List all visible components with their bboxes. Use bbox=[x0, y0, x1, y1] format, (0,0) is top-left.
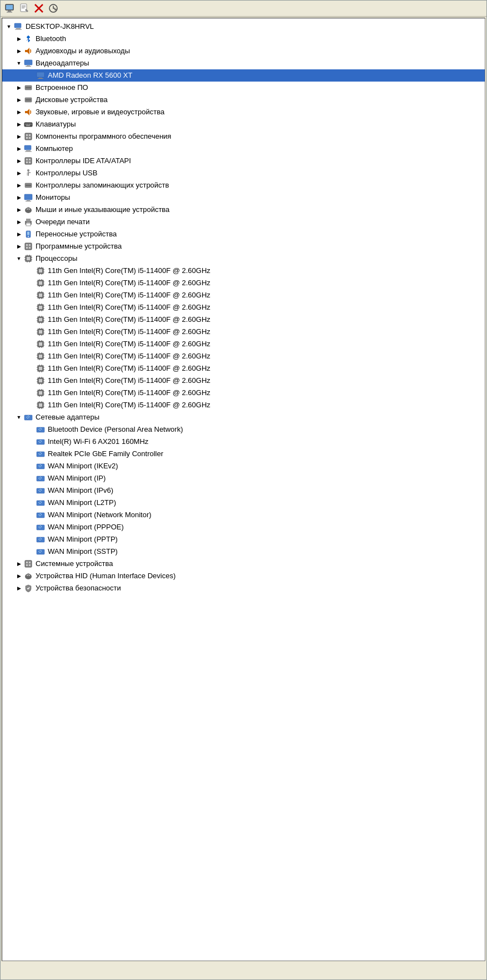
chevron-right-icon: ▶ bbox=[14, 205, 23, 214]
tree-item-portable[interactable]: ▶Переносные устройства bbox=[2, 228, 485, 240]
tree-item-wan-sstp[interactable]: WAN Miniport (SSTP) bbox=[2, 545, 485, 558]
item-label: Видеоадаптеры bbox=[36, 58, 89, 69]
proc-icon bbox=[23, 254, 33, 264]
svg-rect-34 bbox=[26, 137, 28, 139]
network-icon bbox=[36, 522, 46, 532]
tree-item-monitors[interactable]: ▶Мониторы bbox=[2, 191, 485, 204]
tree-item-net-adapters[interactable]: ▼Сетевые адаптеры bbox=[2, 411, 485, 423]
svg-rect-17 bbox=[37, 72, 44, 77]
tree-item-hid[interactable]: ▶Устройства HID (Human Interface Devices… bbox=[2, 570, 485, 582]
chevron-right-icon: ▶ bbox=[14, 230, 23, 239]
item-label: Контроллеры запоминающих устройств bbox=[36, 180, 169, 191]
svg-rect-63 bbox=[25, 243, 32, 250]
tree-item-cpu1[interactable]: 11th Gen Intel(R) Core(TM) i5-11400F @ 2… bbox=[2, 265, 485, 277]
network-icon bbox=[23, 412, 33, 422]
update-button[interactable] bbox=[47, 2, 59, 14]
tree-item-wan-pppoe[interactable]: WAN Miniport (PPPOE) bbox=[2, 521, 485, 533]
tree-item-disks[interactable]: ▶Дисковые устройства bbox=[2, 94, 485, 106]
bluetooth-icon bbox=[23, 34, 33, 44]
item-label: Мыши и иные указывающие устройства bbox=[36, 204, 169, 215]
svg-rect-57 bbox=[26, 219, 31, 221]
svg-rect-65 bbox=[29, 244, 31, 246]
tree-item-storage-ctrl[interactable]: ▶Контроллеры запоминающих устройств bbox=[2, 179, 485, 191]
tree-item-cpu8[interactable]: 11th Gen Intel(R) Core(TM) i5-11400F @ 2… bbox=[2, 350, 485, 362]
remove-button[interactable] bbox=[33, 2, 45, 14]
security-icon bbox=[23, 583, 33, 593]
svg-rect-50 bbox=[27, 200, 30, 201]
tree-item-ide[interactable]: ▶Контроллеры IDE ATA/ATAPI bbox=[2, 155, 485, 167]
tree-item-net-realtek[interactable]: Realtek PCIe GbE Family Controller bbox=[2, 448, 485, 460]
tree-item-wan-l2tp[interactable]: WAN Miniport (L2TP) bbox=[2, 497, 485, 509]
tree-item-cpu5[interactable]: 11th Gen Intel(R) Core(TM) i5-11400F @ 2… bbox=[2, 314, 485, 326]
svg-point-46 bbox=[29, 172, 31, 173]
tree-item-bluetooth[interactable]: ▶Bluetooth bbox=[2, 33, 485, 45]
device-tree: ▼ DESKTOP-JK8HRVL ▶Bluetooth▶Аудиовходы … bbox=[2, 18, 485, 961]
svg-rect-32 bbox=[26, 134, 28, 136]
tree-item-security[interactable]: ▶Устройства безопасности bbox=[2, 582, 485, 594]
tree-item-amd-radeon[interactable]: AMD Radeon RX 5600 XT bbox=[2, 69, 485, 82]
svg-rect-14 bbox=[24, 60, 32, 65]
tree-item-cpu11[interactable]: 11th Gen Intel(R) Core(TM) i5-11400F @ 2… bbox=[2, 387, 485, 399]
tree-item-audio[interactable]: ▶Аудиовходы и аудиовыходы bbox=[2, 45, 485, 57]
svg-rect-159 bbox=[39, 367, 42, 370]
chevron-right-icon: ▶ bbox=[14, 242, 23, 251]
item-label: Дисковые устройства bbox=[36, 94, 108, 105]
network-icon bbox=[36, 449, 46, 459]
tree-item-usb[interactable]: ▶Контроллеры USB bbox=[2, 167, 485, 179]
tree-item-cpu12[interactable]: 11th Gen Intel(R) Core(TM) i5-11400F @ 2… bbox=[2, 399, 485, 411]
tree-item-video[interactable]: ▼Видеоадаптеры bbox=[2, 57, 485, 69]
svg-rect-35 bbox=[29, 137, 31, 139]
item-label: Устройства HID (Human Interface Devices) bbox=[36, 570, 175, 582]
svg-rect-16 bbox=[26, 66, 31, 67]
tree-item-net-wifi[interactable]: Intel(R) Wi-Fi 6 AX201 160MHz bbox=[2, 436, 485, 448]
tree-item-processors[interactable]: ▼Процессоры bbox=[2, 252, 485, 265]
tree-item-keyboards[interactable]: ▶Клавиатуры bbox=[2, 118, 485, 130]
tree-item-soft-dev[interactable]: ▶Программные устройства bbox=[2, 240, 485, 252]
tree-item-cpu7[interactable]: 11th Gen Intel(R) Core(TM) i5-11400F @ 2… bbox=[2, 338, 485, 350]
tree-item-components[interactable]: ▶Компоненты программного обеспечения bbox=[2, 130, 485, 143]
tree-item-wan-ip[interactable]: WAN Miniport (IP) bbox=[2, 472, 485, 484]
tree-item-cpu4[interactable]: 11th Gen Intel(R) Core(TM) i5-11400F @ 2… bbox=[2, 301, 485, 314]
tree-item-cpu2[interactable]: 11th Gen Intel(R) Core(TM) i5-11400F @ 2… bbox=[2, 277, 485, 289]
svg-rect-37 bbox=[26, 150, 31, 151]
svg-rect-64 bbox=[26, 244, 28, 246]
svg-rect-129 bbox=[39, 330, 42, 334]
tree-item-wan-pptp[interactable]: WAN Miniport (PPTP) bbox=[2, 533, 485, 545]
tree-item-cpu6[interactable]: 11th Gen Intel(R) Core(TM) i5-11400F @ 2… bbox=[2, 326, 485, 338]
properties-button[interactable] bbox=[18, 2, 31, 14]
svg-rect-2 bbox=[7, 12, 12, 13]
tree-item-cpu10[interactable]: 11th Gen Intel(R) Core(TM) i5-11400F @ 2… bbox=[2, 375, 485, 387]
tree-item-mice[interactable]: ▶Мыши и иные указывающие устройства bbox=[2, 204, 485, 216]
svg-rect-26 bbox=[26, 124, 27, 125]
tree-item-sys-devices[interactable]: ▶Системные устройства bbox=[2, 558, 485, 570]
toolbar bbox=[1, 1, 486, 17]
tree-item-cpu3[interactable]: 11th Gen Intel(R) Core(TM) i5-11400F @ 2… bbox=[2, 289, 485, 301]
chevron-right-icon: ▶ bbox=[14, 193, 23, 202]
item-label: WAN Miniport (Network Monitor) bbox=[48, 509, 152, 521]
chevron-right-icon: ▶ bbox=[14, 218, 23, 226]
item-label: 11th Gen Intel(R) Core(TM) i5-11400F @ 2… bbox=[48, 277, 210, 289]
monitor-button[interactable] bbox=[4, 2, 16, 14]
tree-item-cpu9[interactable]: 11th Gen Intel(R) Core(TM) i5-11400F @ 2… bbox=[2, 362, 485, 375]
item-label: 11th Gen Intel(R) Core(TM) i5-11400F @ 2… bbox=[48, 363, 210, 374]
item-label: Компоненты программного обеспечения bbox=[36, 131, 171, 142]
tree-item-net-bt[interactable]: Bluetooth Device (Personal Area Network) bbox=[2, 423, 485, 436]
tree-item-firmware[interactable]: ▶Встроенное ПО bbox=[2, 82, 485, 94]
portable-icon bbox=[23, 229, 33, 239]
svg-rect-21 bbox=[26, 87, 31, 88]
tree-item-wan-ikev2[interactable]: WAN Miniport (IKEv2) bbox=[2, 460, 485, 472]
root-node[interactable]: ▼ DESKTOP-JK8HRVL bbox=[2, 21, 485, 33]
network-icon bbox=[36, 473, 46, 483]
network-icon bbox=[36, 498, 46, 508]
tree-item-print-queue[interactable]: ▶Очереди печати bbox=[2, 216, 485, 228]
proc-icon bbox=[36, 339, 46, 349]
tree-item-wan-ipv6[interactable]: WAN Miniport (IPv6) bbox=[2, 484, 485, 497]
tree-item-wan-netmon[interactable]: WAN Miniport (Network Monitor) bbox=[2, 509, 485, 521]
svg-marker-24 bbox=[25, 109, 29, 115]
item-label: Realtek PCIe GbE Family Controller bbox=[48, 448, 163, 459]
svg-rect-99 bbox=[39, 294, 42, 297]
network-icon bbox=[36, 486, 46, 496]
tree-item-computer[interactable]: ▶Компьютер bbox=[2, 143, 485, 155]
item-label: Звуковые, игровые и видеоустройства bbox=[36, 107, 164, 118]
tree-item-sound[interactable]: ▶Звуковые, игровые и видеоустройства bbox=[2, 106, 485, 118]
